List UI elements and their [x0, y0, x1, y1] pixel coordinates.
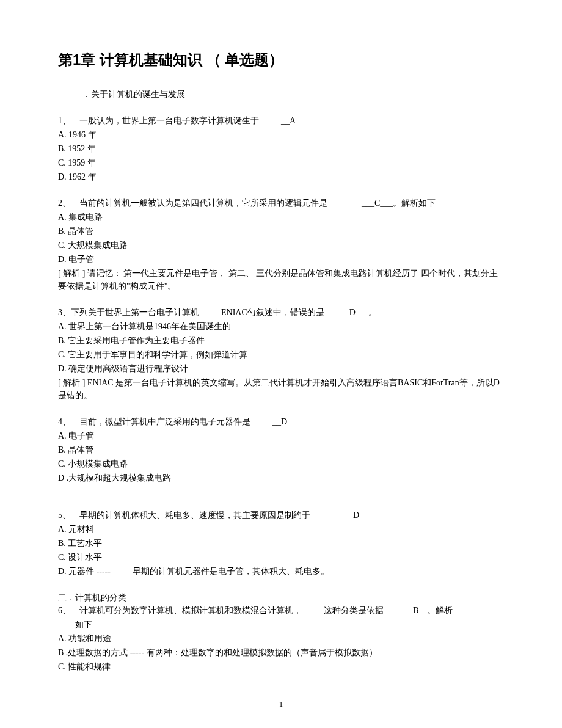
q-answer: __D	[272, 417, 287, 426]
section-header-1: ．关于计算机的诞生与发展	[82, 88, 504, 101]
option-c: C. 大规模集成电路	[58, 239, 504, 252]
q-prefix: 6、 计算机可分为数字计算机、模拟计算机和数模混合计算机，	[58, 606, 302, 615]
question-text: 4、 目前，微型计算机中广泛采用的电子元器件是__D	[58, 415, 504, 428]
option-c: C. 它主要用于军事目的和科学计算，例如弹道计算	[58, 348, 504, 361]
option-b: B. 它主要采用电子管作为主要电子器件	[58, 334, 504, 347]
q-answer: __D	[345, 511, 359, 520]
q-prefix: 5、 早期的计算机体积大、耗电多、速度慢，其主要原因是制约于	[58, 511, 310, 520]
option-c: C. 小规模集成电路	[58, 457, 504, 470]
opt-d-prefix: D. 元器件 -----	[58, 567, 111, 576]
q-suffix: 。解析	[427, 606, 453, 615]
question-3: 3、下列关于世界上第一台电子计算机ENIAC勺叙述中，错误的是___D___。 …	[58, 306, 504, 402]
question-text: 2、 当前的计算机一般被认为是第四代计算机，它所采用的逻辑元件是___C___。…	[58, 197, 504, 209]
option-c: C. 性能和规律	[58, 660, 504, 673]
opt-d-suffix: 早期的计算机元器件是电子管，其体积大、耗电多。	[133, 567, 329, 576]
question-6: 6、 计算机可分为数字计算机、模拟计算机和数模混合计算机，这种分类是依据____…	[58, 604, 504, 673]
q-suffix: 。解析如下	[393, 198, 436, 208]
question-4: 4、 目前，微型计算机中广泛采用的电子元器件是__D A. 电子管 B. 晶体管…	[58, 415, 504, 484]
option-a: A. 元材料	[58, 523, 504, 536]
q-answer: ___C___	[362, 198, 393, 208]
question-1: 1、 一般认为，世界上第一台电子数字计算机诞生于__A A. 1946 年 B.…	[58, 114, 504, 183]
option-d: D. 1962 年	[58, 170, 504, 183]
question-text: 3、下列关于世界上第一台电子计算机ENIAC勺叙述中，错误的是___D___。	[58, 306, 504, 319]
q-answer: ____B__	[396, 606, 427, 615]
analysis: [ 解析 ] 请记忆： 第一代主要元件是电子管， 第二、 三代分别是晶体管和集成…	[58, 267, 504, 293]
q-prefix: 1、 一般认为，世界上第一台电子数字计算机诞生于	[58, 116, 259, 125]
q-prefix: 3、下列关于世界上第一台电子计算机	[58, 308, 199, 317]
option-b: B. 工艺水平	[58, 537, 504, 550]
q-prefix: 4、 目前，微型计算机中广泛采用的电子元器件是	[58, 417, 250, 426]
q-suffix: 。	[368, 308, 377, 317]
question-2: 2、 当前的计算机一般被认为是第四代计算机，它所采用的逻辑元件是___C___。…	[58, 197, 504, 293]
q-mid: 这种分类是依据	[324, 606, 384, 615]
option-c: C. 设计水平	[58, 551, 504, 564]
document-title: 第1章 计算机基础知识 （ 单选题）	[58, 49, 504, 71]
option-b: B .处理数据的方式 ----- 有两种：处理数字的和处理模拟数据的（声音属于模…	[58, 646, 504, 659]
q-indent-text: 如下	[75, 618, 504, 631]
question-text: 5、 早期的计算机体积大、耗电多、速度慢，其主要原因是制约于__D	[58, 509, 504, 522]
page-number: 1	[0, 698, 562, 710]
question-5: 5、 早期的计算机体积大、耗电多、速度慢，其主要原因是制约于__D A. 元材料…	[58, 509, 504, 578]
option-b: B. 晶体管	[58, 443, 504, 456]
q-prefix: 2、 当前的计算机一般被认为是第四代计算机，它所采用的逻辑元件是	[58, 198, 327, 208]
option-b: B. 晶体管	[58, 225, 504, 238]
question-text: 6、 计算机可分为数字计算机、模拟计算机和数模混合计算机，这种分类是依据____…	[58, 604, 504, 617]
question-text: 1、 一般认为，世界上第一台电子数字计算机诞生于__A	[58, 114, 504, 127]
option-a: A. 集成电路	[58, 211, 504, 224]
option-a: A. 世界上第一台计算机是1946年在美国诞生的	[58, 320, 504, 333]
option-a: A. 1946 年	[58, 128, 504, 141]
section-header-2: 二．计算机的分类	[58, 591, 504, 604]
option-d: D. 元器件 -----早期的计算机元器件是电子管，其体积大、耗电多。	[58, 565, 504, 578]
option-c: C. 1959 年	[58, 156, 504, 169]
option-d: D .大规模和超大规模集成电路	[58, 471, 504, 484]
option-d: D. 电子管	[58, 253, 504, 266]
q-mid: ENIAC勺叙述中，错误的是	[221, 308, 324, 317]
analysis: [ 解析 ] ENIAC 是第一台电子计算机的英文缩写。从第二代计算机才开始引入…	[58, 376, 504, 402]
q-answer: ___D___	[337, 308, 368, 317]
option-b: B. 1952 年	[58, 142, 504, 155]
option-a: A. 电子管	[58, 429, 504, 442]
q-answer: __A	[281, 116, 296, 125]
option-d: D. 确定使用高级语言进行程序设计	[58, 362, 504, 375]
option-a: A. 功能和用途	[58, 632, 504, 645]
